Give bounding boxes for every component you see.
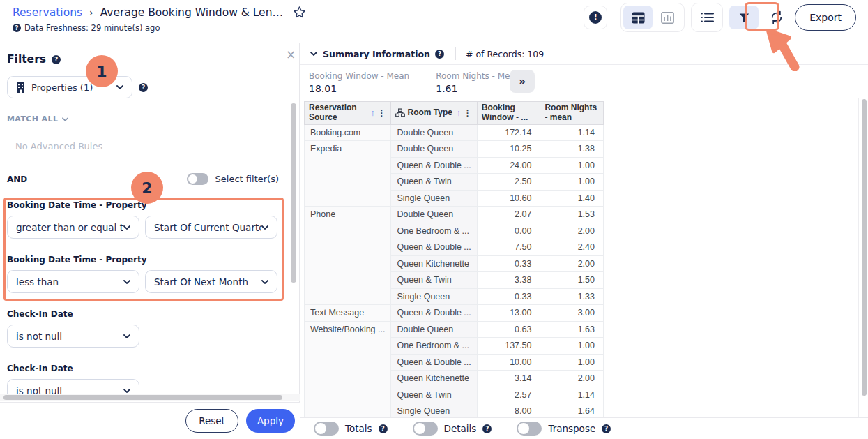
room-nights-cell: 2.00 bbox=[540, 255, 604, 272]
toggle-label: Totals bbox=[345, 423, 372, 434]
room-nights-cell: 1.38 bbox=[540, 141, 604, 158]
operator-dropdown[interactable]: less than bbox=[7, 270, 139, 293]
toggle-switch[interactable] bbox=[413, 422, 438, 436]
callout-step-1: 1 bbox=[86, 55, 118, 87]
and-label: AND bbox=[7, 174, 27, 184]
reservation-source-cell: Booking.com bbox=[305, 124, 391, 141]
bar-chart-icon bbox=[661, 12, 674, 24]
toggle-switch[interactable] bbox=[517, 422, 542, 436]
refresh-button[interactable] bbox=[765, 3, 789, 32]
panel-vertical-scrollbar[interactable] bbox=[291, 103, 296, 283]
collapse-chevron-icon[interactable] bbox=[310, 52, 317, 56]
pivot-table: Reservation Source ↑ ⋮ R bbox=[304, 101, 604, 417]
column-menu-icon[interactable]: ⋮ bbox=[376, 108, 386, 118]
column-header-room-type[interactable]: Room Type ↑ ⋮ bbox=[391, 102, 477, 125]
dashboard-page: Reservations › Average Booking Window & … bbox=[0, 0, 868, 439]
value-dropdown[interactable]: Start Of Next Month bbox=[145, 270, 277, 293]
room-nights-cell: 1.14 bbox=[540, 124, 604, 141]
table-scroll-border bbox=[858, 98, 859, 417]
reservation-source-cell: Expedia bbox=[305, 141, 391, 207]
booking-window-cell: 2.07 bbox=[477, 207, 540, 223]
properties-help-icon[interactable]: ? bbox=[139, 83, 148, 92]
toggle-switch[interactable] bbox=[314, 422, 339, 436]
room-nights-cell: 2.00 bbox=[540, 371, 604, 387]
table-view-button[interactable] bbox=[623, 6, 653, 29]
table-row: Text MessageQueen & Double ...13.003.00 bbox=[305, 305, 604, 322]
filter-groups: Booking Date Time - Propertygreater than… bbox=[7, 200, 284, 394]
export-button[interactable]: Export bbox=[795, 4, 856, 31]
room-type-cell: Double Queen bbox=[391, 321, 477, 338]
booking-window-cell: 2.57 bbox=[477, 387, 540, 403]
summary-metric: Booking Window - Mean18.01 bbox=[309, 71, 409, 94]
panel-horizontal-scrollbar[interactable] bbox=[0, 394, 300, 401]
table-icon bbox=[632, 12, 645, 24]
breadcrumb-reservations-link[interactable]: Reservations bbox=[13, 6, 82, 19]
room-nights-cell: 2.40 bbox=[540, 239, 604, 256]
operator-dropdown[interactable]: is not null bbox=[7, 325, 139, 348]
booking-window-cell: 0.63 bbox=[477, 321, 540, 338]
booking-window-cell: 0.33 bbox=[477, 255, 540, 272]
column-menu-icon[interactable]: ⋮ bbox=[463, 108, 473, 118]
filter-button[interactable] bbox=[729, 6, 759, 29]
data-freshness: ? Data Freshness: 29 minute(s) ago bbox=[13, 23, 160, 33]
field-list-button[interactable] bbox=[691, 3, 723, 32]
room-nights-cell: 1.64 bbox=[540, 403, 604, 417]
breadcrumb: Reservations › Average Booking Window & … bbox=[13, 6, 306, 19]
table-options-footer: Totals?Details?Transpose? bbox=[300, 417, 868, 439]
match-all-label: MATCH ALL bbox=[7, 114, 58, 124]
booking-window-cell: 13.00 bbox=[477, 305, 540, 322]
table-vertical-scrollbar[interactable] bbox=[862, 99, 867, 396]
value-dropdown[interactable]: Start Of Current Quarter bbox=[145, 216, 277, 239]
operator-dropdown[interactable]: greater than or equal to bbox=[7, 216, 139, 239]
filters-help-icon[interactable]: ? bbox=[52, 55, 61, 64]
filter-group-0: Booking Date Time - Propertygreater than… bbox=[7, 200, 284, 239]
room-nights-cell: 1.50 bbox=[540, 272, 604, 289]
booking-window-cell: 3.14 bbox=[477, 371, 540, 387]
expand-metrics-button[interactable]: » bbox=[510, 70, 535, 93]
room-nights-cell: 3.00 bbox=[540, 305, 604, 322]
chevron-down-icon bbox=[123, 334, 130, 338]
toolbar-divider bbox=[614, 8, 614, 27]
info-button[interactable]: ! bbox=[584, 6, 607, 29]
filter-field-label: Booking Date Time - Property bbox=[7, 255, 284, 265]
room-nights-cell: 1.00 bbox=[540, 174, 604, 191]
favorite-star-icon[interactable] bbox=[293, 6, 306, 19]
help-icon[interactable]: ? bbox=[482, 424, 492, 433]
metric-label: Room Nights - Mean bbox=[436, 71, 520, 81]
room-type-cell: Queen & Double ... bbox=[391, 305, 477, 322]
table-row: PhoneDouble Queen2.071.53 bbox=[305, 207, 604, 223]
data-freshness-text: Data Freshness: 29 minute(s) ago bbox=[24, 23, 160, 33]
summary-help-icon[interactable]: ? bbox=[435, 50, 444, 59]
match-all-dropdown[interactable]: MATCH ALL bbox=[7, 114, 68, 124]
room-nights-cell: 1.00 bbox=[540, 354, 604, 371]
toggle-label: Details bbox=[444, 423, 477, 434]
column-header-reservation-source[interactable]: Reservation Source ↑ ⋮ bbox=[305, 102, 391, 125]
filters-panel-content: Filters ? × Properties (1) ? MATCH ALL N bbox=[0, 43, 300, 394]
operator-dropdown[interactable]: is not null bbox=[7, 379, 139, 394]
column-header-booking-window[interactable]: Booking Window - ... bbox=[477, 102, 540, 125]
summary-divider bbox=[455, 47, 456, 60]
column-header-room-nights[interactable]: Room Nights - mean bbox=[540, 102, 604, 125]
room-nights-cell: 1.53 bbox=[540, 207, 604, 223]
chevron-down-icon bbox=[123, 280, 130, 284]
room-type-cell: Queen & Double ... bbox=[391, 354, 477, 371]
room-type-cell: Queen & Double ... bbox=[391, 239, 477, 256]
sort-asc-icon[interactable]: ↑ bbox=[370, 108, 374, 118]
list-icon bbox=[701, 12, 714, 23]
hierarchy-icon bbox=[395, 108, 405, 117]
reset-button[interactable]: Reset bbox=[185, 409, 238, 433]
chart-view-button[interactable] bbox=[653, 6, 682, 29]
chevron-down-icon bbox=[116, 85, 123, 89]
top-header: Reservations › Average Booking Window & … bbox=[0, 0, 868, 43]
help-icon[interactable]: ? bbox=[602, 424, 611, 433]
room-nights-cell: 1.00 bbox=[540, 338, 604, 355]
close-icon[interactable]: × bbox=[282, 46, 299, 63]
sort-asc-icon[interactable]: ↑ bbox=[457, 108, 461, 118]
room-type-cell: One Bedroom & ... bbox=[391, 338, 477, 355]
callout-step-2: 2 bbox=[131, 172, 163, 204]
select-filters-toggle[interactable] bbox=[187, 173, 208, 185]
apply-button[interactable]: Apply bbox=[246, 409, 295, 433]
help-icon[interactable]: ? bbox=[379, 424, 388, 433]
building-icon bbox=[16, 82, 25, 93]
filter-field-label: Check-In Date bbox=[7, 309, 284, 319]
